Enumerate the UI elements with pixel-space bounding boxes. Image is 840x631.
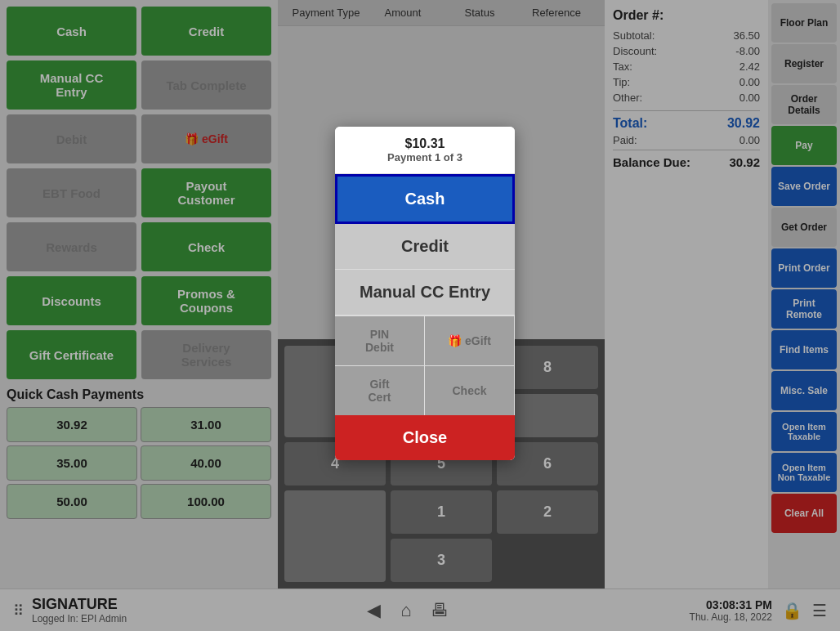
modal-bottom-options: PINDebit 🎁 eGift GiftCert Check	[335, 316, 515, 415]
modal-credit-option[interactable]: Credit	[335, 224, 515, 270]
modal-check-option[interactable]: Check	[425, 365, 515, 415]
modal-egift-option[interactable]: 🎁 eGift	[425, 316, 515, 365]
modal-pin-debit-option[interactable]: PINDebit	[335, 316, 425, 365]
modal-amount-value: $10.31	[345, 136, 505, 151]
modal-cash-option[interactable]: Cash	[335, 174, 515, 224]
modal-amount: $10.31 Payment 1 of 3	[335, 127, 515, 174]
modal-overlay: $10.31 Payment 1 of 3 Cash Credit Manual…	[0, 0, 840, 631]
modal-manual-cc-option[interactable]: Manual CC Entry	[335, 270, 515, 316]
modal-close-button[interactable]: Close	[335, 415, 515, 460]
modal-gift-cert-option[interactable]: GiftCert	[335, 365, 425, 415]
modal-payment-info: Payment 1 of 3	[345, 151, 505, 163]
payment-type-modal: $10.31 Payment 1 of 3 Cash Credit Manual…	[335, 127, 515, 460]
